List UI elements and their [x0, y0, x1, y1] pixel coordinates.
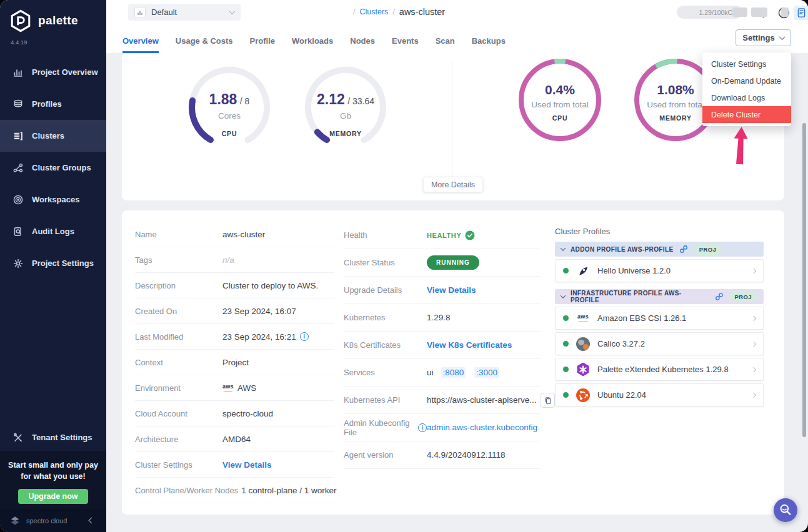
app-version: 4.4.19: [11, 39, 27, 46]
info-icon[interactable]: [300, 332, 309, 341]
menu-item-cluster-settings[interactable]: Cluster Settings: [702, 56, 791, 72]
breadcrumb-separator: /: [353, 7, 355, 16]
footer-brand-name: spectro cloud: [26, 517, 84, 525]
cpu-usage-donut: 0.4% Used from total CPU: [516, 56, 604, 144]
sidebar-item-project-overview[interactable]: Project Overview: [0, 56, 106, 88]
profile-layer-calico[interactable]: Calico 3.27.2: [555, 332, 764, 355]
status-dot: [563, 367, 569, 372]
detail-row-agent-version: Agent version 4.4.9/20240912.1118: [344, 441, 540, 469]
infrastructure-profile-header[interactable]: INFRASTRUCTURE PROFILE AWS-PROFILE PROJ: [555, 289, 764, 304]
menu-item-on-demand-update[interactable]: On-Demand Update: [702, 72, 791, 89]
tab-usage-costs[interactable]: Usage & Costs: [176, 36, 233, 53]
sidebar-item-workspaces[interactable]: Workspaces: [0, 184, 106, 215]
kubernetes-version: 1.29.8: [427, 313, 451, 322]
sidebar: palette 4.4.19 Project Overview Profiles…: [0, 0, 106, 532]
kubeconfig-download-link[interactable]: admin.aws-cluster.kubeconfig: [427, 423, 537, 432]
detail-row-architecture: ArchitectureAMD64: [135, 426, 334, 452]
tab-nodes[interactable]: Nodes: [350, 36, 375, 53]
upgrade-now-button[interactable]: Upgrade now: [18, 489, 87, 504]
detail-row-nodes: Control Plane/Worker Nodes1 control-plan…: [135, 478, 334, 503]
cpu-unit: Cores: [186, 111, 273, 121]
project-selector[interactable]: Default: [128, 4, 241, 21]
sidebar-item-label: Clusters: [32, 131, 64, 140]
detail-row-health: Health HEALTHY: [344, 222, 540, 249]
sidebar-item-cluster-groups[interactable]: Cluster Groups: [0, 152, 106, 184]
detail-row-services: Services ui :8080 :3000: [344, 359, 540, 387]
magnifier-smile-icon: [777, 502, 794, 518]
service-port-3000-link[interactable]: :3000: [474, 367, 499, 378]
status-dot: [563, 392, 569, 398]
addon-profile-name: ADDON PROFILE AWS-PROFILE: [571, 246, 674, 253]
addon-profile-header[interactable]: ADDON PROFILE AWS-PROFILE PROJ: [555, 242, 764, 257]
tab-backups[interactable]: Backups: [472, 36, 506, 53]
detail-row-created-on: Created On23 Sep 2024, 16:07: [135, 298, 334, 324]
sidebar-nav: Project Overview Profiles Clusters Clust…: [0, 56, 106, 279]
breadcrumb: / Clusters / aws-cluster: [353, 7, 445, 17]
breadcrumb-clusters-link[interactable]: Clusters: [359, 7, 388, 16]
tab-events[interactable]: Events: [392, 36, 419, 53]
details-left-column: Nameaws-cluster Tagsn/a DescriptionClust…: [135, 222, 334, 503]
annotation-arrow: [728, 126, 752, 166]
tab-scan[interactable]: Scan: [436, 36, 455, 53]
book-icon: [797, 7, 806, 18]
view-k8s-certificates-link[interactable]: View K8s Certificates: [427, 340, 512, 350]
sidebar-item-project-settings[interactable]: Project Settings: [0, 247, 106, 279]
sidebar-item-tenant-settings[interactable]: Tenant Settings: [0, 421, 106, 453]
settings-button[interactable]: Settings: [736, 29, 791, 46]
sidebar-item-label: Workspaces: [32, 195, 79, 204]
docs-button[interactable]: Docs: [794, 6, 808, 20]
tools-icon: [12, 432, 24, 443]
chevron-right-icon: [751, 315, 756, 320]
chevron-down-icon: [229, 8, 236, 14]
agent-version-value: 4.4.9/20240912.1118: [427, 450, 506, 460]
cpu-donut-label: CPU: [516, 114, 604, 122]
app-window: palette 4.4.19 Project Overview Profiles…: [0, 0, 808, 532]
detail-row-kubernetes: Kubernetes 1.29.8: [344, 304, 540, 332]
cluster-settings-view-details-link[interactable]: View Details: [222, 460, 272, 470]
memory-gauge: 2.12 / 33.64 Gb MEMORY: [302, 64, 389, 151]
copy-button[interactable]: [541, 393, 555, 408]
tab-profile[interactable]: Profile: [250, 36, 275, 53]
detail-row-cloud-account: Cloud Accountspectro-cloud: [135, 401, 334, 426]
collapse-sidebar-icon[interactable]: [89, 518, 95, 524]
tab-workloads[interactable]: Workloads: [292, 36, 333, 53]
breadcrumb-current: aws-cluster: [399, 7, 445, 17]
cluster-profiles-panel: Cluster Profiles ADDON PROFILE AWS-PROFI…: [555, 227, 764, 406]
menu-item-download-logs[interactable]: Download Logs: [702, 89, 791, 106]
menu-item-delete-cluster[interactable]: Delete Cluster: [702, 106, 791, 123]
tab-bar: Overview Usage & Costs Profile Workloads…: [122, 36, 506, 53]
top-header: Default / Clusters / aws-cluster 1.29/10…: [106, 0, 808, 53]
chevron-right-icon: [751, 392, 756, 397]
upgrade-promo: Start small and only pay for what you us…: [0, 451, 106, 509]
check-circle-icon: [465, 230, 475, 240]
tab-overview[interactable]: Overview: [122, 36, 159, 53]
scrollbar-thumb[interactable]: [802, 123, 806, 437]
sidebar-item-profiles[interactable]: Profiles: [0, 88, 106, 120]
cluster-metrics-card: 1.88 / 8 Cores CPU 2.12 / 33.64 Gb MEMOR…: [122, 53, 784, 200]
more-details-button[interactable]: More Details: [423, 177, 483, 192]
settings-button-label: Settings: [742, 33, 774, 42]
detail-row-cluster-settings: Cluster SettingsView Details: [135, 452, 334, 478]
settings-dropdown-menu: Cluster Settings On-Demand Update Downlo…: [702, 52, 791, 126]
sidebar-item-clusters[interactable]: Clusters: [0, 120, 106, 152]
chevron-down-icon: [561, 245, 566, 250]
cpu-gauge-label: CPU: [186, 130, 273, 137]
profile-layer-ubuntu[interactable]: Ubuntu 22.04: [555, 383, 764, 406]
cluster-details-card: Nameaws-cluster Tagsn/a DescriptionClust…: [122, 210, 784, 515]
project-selector-value: Default: [151, 7, 224, 17]
sidebar-item-audit-logs[interactable]: Audit Logs: [0, 215, 106, 247]
sidebar-item-label: Audit Logs: [32, 227, 74, 236]
upgrade-view-details-link[interactable]: View Details: [427, 285, 476, 295]
service-port-8080-link[interactable]: :8080: [441, 367, 466, 378]
copy-icon: [544, 396, 552, 405]
running-status-badge: RUNNING: [427, 255, 479, 270]
info-icon[interactable]: [418, 423, 427, 432]
details-middle-column: Health HEALTHY Cluster Status RUNNING Up…: [344, 222, 540, 469]
profile-layer-palette-extended-kubernetes[interactable]: Palette eXtended Kubernetes 1.29.8: [555, 358, 764, 381]
detail-row-name: Nameaws-cluster: [135, 222, 334, 247]
cpu-used-value: 1.88: [209, 91, 237, 107]
profile-layer-amazon-ebs-csi[interactable]: aws Amazon EBS CSI 1.26.1: [555, 307, 764, 330]
search-feedback-fab[interactable]: [774, 498, 797, 522]
sidebar-footer: spectro cloud: [0, 509, 106, 532]
profile-layer-hello-universe[interactable]: Hello Universe 1.2.0: [555, 259, 764, 282]
